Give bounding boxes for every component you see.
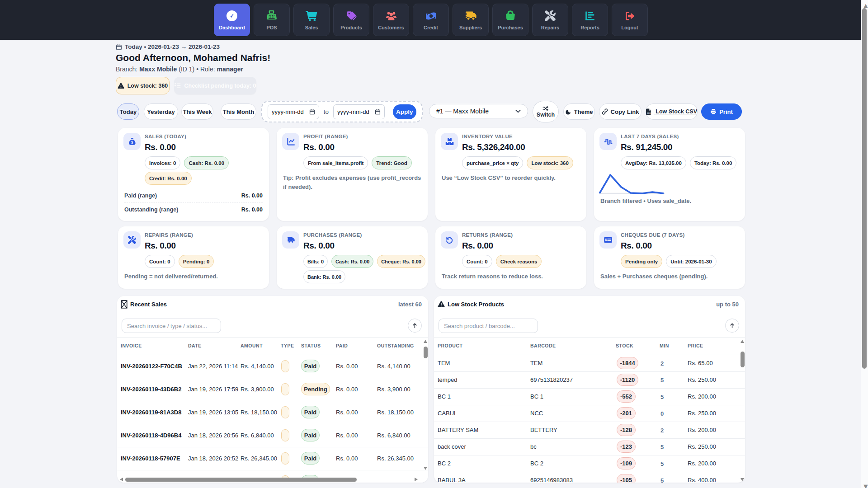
svg-text:CSV: CSV bbox=[647, 112, 651, 114]
svg-text:$: $ bbox=[605, 238, 607, 242]
svg-text:$: $ bbox=[131, 140, 133, 145]
